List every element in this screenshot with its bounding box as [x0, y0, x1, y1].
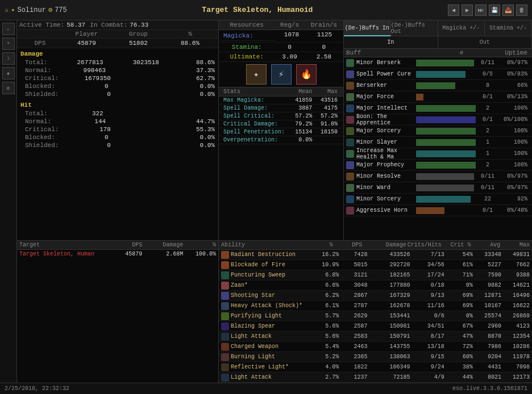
main-content: ⚔ + ☽ ◈ ⚙ Active Time: 58.37 In Combat: … [0, 20, 532, 383]
res-ultimate-name: Ultimate: [221, 53, 272, 60]
ability-dps: 1237 [339, 374, 367, 380]
buff-sub-out[interactable]: Out [438, 36, 533, 49]
buff-header-name: Buff [346, 49, 445, 56]
buff-icon [346, 150, 354, 158]
ab-header-crits: Crits/Hits [406, 242, 442, 248]
buff-tab-debuffs-in[interactable]: (De-)Buffs In [344, 20, 391, 36]
stat-overpen-max [312, 137, 339, 143]
buff-row: Major Intellect 2 100% [344, 103, 532, 114]
ability-name: Puncturing Sweep [231, 272, 316, 278]
ability-crits: 7/13 [410, 252, 444, 258]
character-level: 775 [55, 6, 67, 14]
ability-max: 7662 [501, 262, 530, 268]
buff-bar-container [416, 196, 476, 203]
ability-row: Charged Weapon 5.4% 2463 143755 13/18 72… [219, 342, 532, 352]
sidebar-icon-3[interactable]: ☽ [2, 52, 15, 65]
hit-title: Hit [20, 100, 215, 110]
damage-critical-pct: 62.7% [181, 75, 215, 82]
delete-button[interactable]: 🗑 [516, 5, 527, 16]
hit-normal-v1: 144 [72, 118, 106, 125]
res-ultimate-row: Ultimate: 3.09 2.58 [219, 52, 343, 62]
ability-row: Heavy Attack (Shock)* 6.1% 2787 162678 1… [219, 301, 532, 311]
nav-next-button[interactable]: ▶ [462, 5, 473, 16]
buff-name: Spell Power Cure [356, 71, 416, 77]
ability-dps: 3121 [339, 272, 367, 278]
ability-avg: 2960 [473, 323, 501, 329]
buff-tab-stamina[interactable]: Stamina +/- [485, 20, 532, 36]
ability-name: Heavy Attack (Shock)* [231, 303, 316, 309]
buff-bar-container [416, 185, 476, 191]
target-col-dps: DPS [101, 242, 142, 248]
buff-count: 0/1 [478, 94, 498, 100]
target-col-name: Target [19, 242, 101, 248]
hit-blocked-v1: 0 [74, 134, 109, 141]
ability-list: Radiant Destruction 16.2% 7428 433526 7/… [219, 250, 532, 383]
ability-icon [221, 333, 229, 341]
ability-avg: 10167 [473, 303, 501, 309]
ability-dps: 2583 [339, 333, 367, 339]
ability-dps: 2587 [339, 323, 367, 329]
res-magicka-drain: 1125 [308, 31, 341, 41]
ability-damage: 292720 [367, 262, 410, 268]
bottom-panels: Target DPS Damage % Target Skeleton, Hum… [17, 241, 532, 383]
buff-name: Major Force [356, 94, 416, 100]
buff-count: 0/11 [478, 173, 498, 179]
download-button[interactable]: 📥 [502, 5, 514, 16]
buff-bar-container [416, 128, 476, 135]
buff-tab-magicka[interactable]: Magicka +/- [438, 20, 485, 36]
stats-col-mean: Mean [287, 89, 313, 95]
active-time-value: 58.37 [66, 22, 85, 28]
buff-row: Aggressive Horn 0/1 0%/48% [344, 205, 532, 216]
sidebar-icon-2[interactable]: + [2, 37, 15, 50]
buff-name: Minor Sorcery [356, 196, 416, 202]
ability-pct: 16.2% [316, 252, 339, 258]
ability-name: Light Attack [231, 374, 316, 380]
hit-blocked-pct: 0.0% [181, 134, 215, 141]
ability-damage: 162678 [367, 303, 410, 309]
stat-max-magicka-label: Max Magicka: [223, 97, 287, 103]
ability-row: Light Attack 5.6% 2583 150791 8/17 47% 8… [219, 332, 532, 342]
damage-total-label: Total: [20, 59, 48, 66]
hit-shielded-row: Shielded: 0 0.0% [20, 141, 215, 149]
ability-name: Radiant Destruction [231, 252, 316, 258]
buff-name: Major Intellect [356, 105, 416, 111]
nav-last-button[interactable]: ⏭ [475, 5, 487, 16]
sidebar-icon-5[interactable]: ⚙ [2, 82, 15, 94]
buff-bar-container [416, 207, 476, 214]
save-button[interactable]: 💾 [489, 5, 500, 16]
active-time: Active Time: 58.37 [19, 22, 85, 28]
buff-sub-in[interactable]: In [344, 36, 438, 49]
buff-name: Minor Slayer [356, 139, 416, 145]
hit-total-row: Total: 322 [20, 110, 215, 118]
target-dps: 45879 [101, 251, 142, 257]
ability-name: Reflective Light* [231, 364, 316, 370]
ability-critpct: 54% [444, 252, 473, 258]
buff-row: Spell Power Cure 0/5 0%/83% [344, 69, 532, 80]
stat-spell-critical-row: Spell Critical: 57.2% 57.2% [219, 112, 343, 120]
nav-prev-button[interactable]: ◀ [448, 5, 459, 16]
char-icon: ⚔ [5, 6, 9, 14]
sidebar-icon-1[interactable]: ⚔ [2, 23, 15, 35]
stat-critical-damage-mean: 79.2% [287, 121, 313, 127]
ability-pct: 6.8% [316, 272, 339, 278]
ability-avg: 7590 [473, 272, 501, 278]
buff-tab-debuffs-out[interactable]: (De-)Buffs Out [391, 20, 438, 36]
sidebar-icon-4[interactable]: ◈ [2, 67, 15, 79]
stats-panel: Active Time: 58.37 In Combat: 76.33 Play… [17, 20, 219, 240]
ability-crits: 9/24 [410, 364, 444, 370]
dps-label: DPS [19, 40, 61, 47]
ability-dps: 1822 [339, 364, 367, 370]
buff-uptime: 100% [498, 128, 530, 134]
ability-critpct: 72% [444, 343, 473, 350]
res-col-drain: Drain/s [307, 22, 341, 28]
damage-shielded-row: Shielded: 0 0.0% [20, 90, 215, 98]
stat-critical-damage-label: Critical Damage: [223, 121, 287, 127]
hit-total-label: Total: [20, 110, 48, 117]
ability-crits: 0/18 [410, 282, 444, 288]
ability-critpct: 67% [444, 323, 473, 329]
stat-critical-damage-max: 91.0% [312, 121, 339, 127]
buff-count: 0/11 [478, 185, 498, 191]
dps-pct: 88.6% [164, 40, 216, 47]
ability-damage: 106349 [367, 364, 410, 370]
ability-avg: 25574 [473, 313, 501, 319]
